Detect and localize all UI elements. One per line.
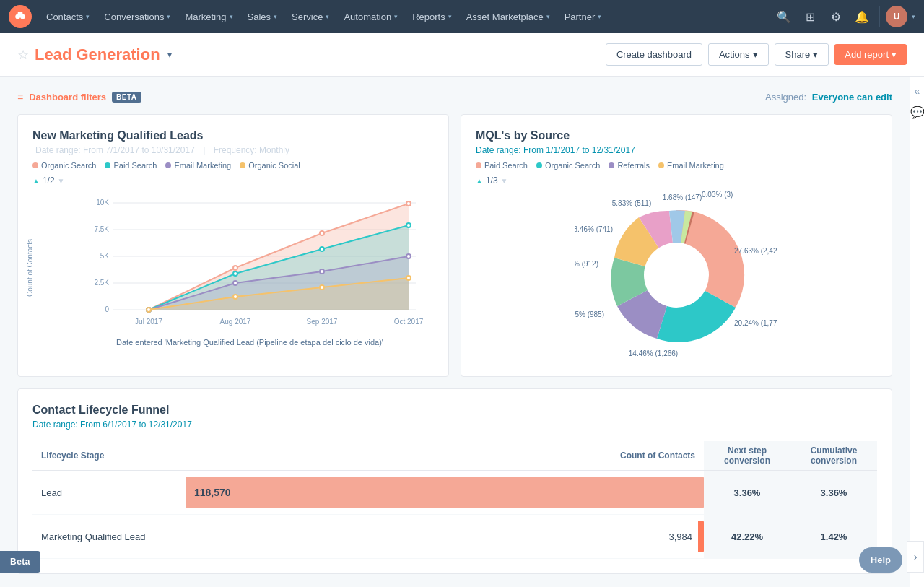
apps-button[interactable]: ⊞ bbox=[798, 5, 821, 28]
chart1-title: New Marketing Qualified Leads bbox=[32, 129, 434, 142]
assigned-link[interactable]: Everyone can edit bbox=[812, 92, 892, 103]
chart1-date: Date range: From 7/1/2017 to 10/31/2017 … bbox=[32, 145, 434, 155]
chart2-nav-label: 1/3 bbox=[486, 175, 498, 186]
nav-sales[interactable]: Sales ▾ bbox=[240, 0, 285, 33]
nav-conversations[interactable]: Conversations ▾ bbox=[97, 0, 178, 33]
beta-button[interactable]: Beta bbox=[0, 551, 40, 573]
page-header: ☆ Lead Generation ▾ Create dashboard Act… bbox=[0, 33, 924, 77]
svg-text:Jul 2017: Jul 2017 bbox=[135, 318, 162, 326]
search-button[interactable]: 🔍 bbox=[772, 5, 796, 28]
stage-mql: Marketing Qualified Lead bbox=[32, 515, 177, 559]
nav-reports[interactable]: Reports ▾ bbox=[405, 0, 459, 33]
svg-point-32 bbox=[320, 285, 324, 290]
lead-cumulative: 3.36% bbox=[790, 471, 877, 515]
chart2-nav: ▲ 1/3 ▼ bbox=[476, 175, 877, 186]
beta-badge: BETA bbox=[112, 92, 141, 103]
chart1-container: Count of Contacts 10K 7.5K 5K 2.5K 0 bbox=[32, 188, 434, 347]
actions-button[interactable]: Actions ▾ bbox=[708, 43, 769, 66]
mql-count: 3,984 bbox=[668, 531, 692, 542]
svg-point-28 bbox=[406, 254, 411, 258]
assigned-area: Assigned: Everyone can edit bbox=[765, 92, 892, 103]
chart1-nav-up[interactable]: ▲ bbox=[32, 177, 40, 185]
svg-point-27 bbox=[320, 269, 324, 274]
contacts-chevron: ▾ bbox=[86, 13, 90, 20]
chart1-nav: ▲ 1/2 ▼ bbox=[32, 175, 434, 186]
automation-chevron: ▾ bbox=[394, 13, 398, 20]
chart2-nav-up[interactable]: ▲ bbox=[476, 177, 483, 185]
svg-text:Aug 2017: Aug 2017 bbox=[220, 318, 251, 326]
filter-label[interactable]: Dashboard filters bbox=[29, 92, 106, 103]
reports-chevron: ▾ bbox=[448, 13, 452, 20]
share-button[interactable]: Share ▾ bbox=[775, 43, 829, 66]
chart1-x-label: Date entered 'Marketing Qualified Lead (… bbox=[66, 338, 434, 347]
svg-point-26 bbox=[233, 281, 237, 285]
svg-point-23 bbox=[406, 223, 411, 227]
next-page-button[interactable]: › bbox=[907, 541, 924, 573]
chart2-container: 27.63% (2,420) 20.24% (1,773) 14.46% (1,… bbox=[476, 188, 877, 362]
legend-email-marketing: Email Marketing bbox=[165, 161, 231, 170]
funnel-title: Contact Lifecycle Funnel bbox=[32, 404, 877, 417]
svg-text:7.5K: 7.5K bbox=[94, 225, 109, 233]
filter-icon: ≡ bbox=[17, 91, 23, 103]
svg-text:5K: 5K bbox=[100, 252, 110, 260]
svg-point-17 bbox=[320, 231, 324, 235]
nav-marketing[interactable]: Marketing ▾ bbox=[178, 0, 240, 33]
legend-organic-search2: Organic Search bbox=[536, 161, 600, 170]
svg-point-16 bbox=[233, 266, 237, 270]
settings-button[interactable]: ⚙ bbox=[824, 5, 847, 28]
col-cumulative: Cumulative conversion bbox=[790, 441, 877, 471]
svg-text:10K: 10K bbox=[96, 199, 109, 206]
svg-point-18 bbox=[406, 201, 411, 206]
mql-by-source-card: MQL's by Source Date range: From 1/1/201… bbox=[461, 114, 892, 377]
nav-service[interactable]: Service ▾ bbox=[284, 0, 336, 33]
favorite-icon[interactable]: ☆ bbox=[17, 47, 29, 63]
chart1-nav-down[interactable]: ▼ bbox=[58, 177, 65, 185]
add-report-button[interactable]: Add report ▾ bbox=[834, 44, 907, 65]
filter-left: ≡ Dashboard filters BETA bbox=[17, 91, 141, 103]
legend-email-marketing2: Email Marketing bbox=[658, 161, 724, 170]
legend-organic-social: Organic Social bbox=[240, 161, 300, 170]
nav-partner[interactable]: Partner ▾ bbox=[557, 0, 609, 33]
svg-text:Sep 2017: Sep 2017 bbox=[307, 318, 338, 326]
chart2-nav-down[interactable]: ▼ bbox=[501, 177, 508, 185]
svg-point-34 bbox=[644, 243, 709, 308]
funnel-row-lead: Lead 118,570 3.36% 3.36% bbox=[32, 471, 877, 515]
help-button[interactable]: Help bbox=[859, 547, 902, 573]
funnel-table: Lifecycle Stage Count of Contacts Next s… bbox=[32, 441, 877, 559]
stage-lead: Lead bbox=[32, 471, 177, 515]
svg-text:27.63% (2,420): 27.63% (2,420) bbox=[734, 247, 777, 255]
chart1-svg: 10K 7.5K 5K 2.5K 0 Jul 2017 Aug 2017 Sep… bbox=[66, 188, 434, 333]
create-dashboard-button[interactable]: Create dashboard bbox=[606, 43, 702, 66]
marketing-chevron: ▾ bbox=[230, 13, 233, 20]
nav-divider bbox=[879, 6, 880, 27]
share-chevron: ▾ bbox=[813, 49, 818, 60]
nav-items: Contacts ▾ Conversations ▾ Marketing ▾ S… bbox=[39, 0, 772, 33]
nav-contacts[interactable]: Contacts ▾ bbox=[39, 0, 97, 33]
actions-chevron: ▾ bbox=[753, 49, 758, 60]
mql-next-step: 42.22% bbox=[704, 515, 790, 559]
funnel-bar-cell-mql: 3,984 bbox=[177, 515, 704, 559]
svg-point-21 bbox=[233, 271, 237, 276]
dashboard-content: ≡ Dashboard filters BETA Assigned: Every… bbox=[0, 77, 910, 587]
svg-text:10.41% (912): 10.41% (912) bbox=[575, 260, 598, 268]
svg-point-31 bbox=[233, 295, 237, 299]
col-next-step: Next step conversion bbox=[704, 441, 790, 471]
notifications-button[interactable]: 🔔 bbox=[850, 5, 873, 28]
chart1-y-label: Count of Contacts bbox=[26, 238, 34, 296]
svg-text:Oct 2017: Oct 2017 bbox=[394, 318, 424, 326]
funnel-bar-cell-lead: 118,570 bbox=[177, 471, 704, 515]
chat-icon[interactable]: 💬 bbox=[910, 105, 925, 119]
legend-paid-search: Paid Search bbox=[105, 161, 157, 170]
mql-bar bbox=[698, 521, 704, 552]
nav-automation[interactable]: Automation ▾ bbox=[336, 0, 405, 33]
nav-asset-marketplace[interactable]: Asset Marketplace ▾ bbox=[459, 0, 557, 33]
title-dropdown-arrow[interactable]: ▾ bbox=[167, 50, 172, 60]
col-count: Count of Contacts bbox=[177, 441, 704, 471]
collapse-sidebar-button[interactable]: « bbox=[915, 85, 920, 97]
col-lifecycle-stage: Lifecycle Stage bbox=[32, 441, 177, 471]
user-avatar[interactable]: U bbox=[886, 6, 907, 27]
svg-point-30 bbox=[147, 308, 151, 312]
hubspot-logo[interactable] bbox=[9, 5, 32, 28]
chart1-legend: Organic Search Paid Search Email Marketi… bbox=[32, 161, 434, 170]
user-dropdown-chevron[interactable]: ▾ bbox=[912, 13, 915, 20]
